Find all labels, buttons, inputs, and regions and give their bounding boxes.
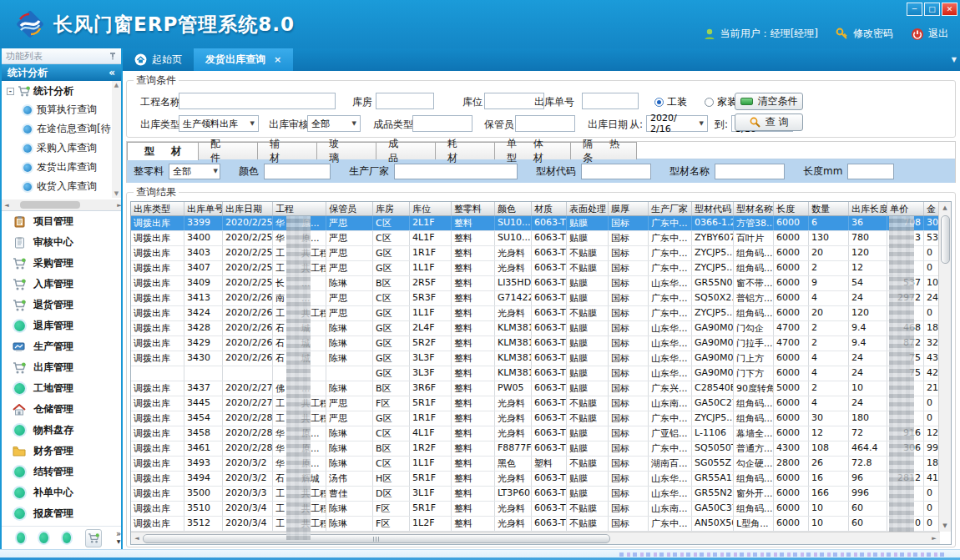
tree-item-预算执行查询[interactable]: 预算执行查询 [2, 100, 121, 119]
hscroll-thumb[interactable] [143, 534, 610, 543]
column-header-出库单号[interactable]: 出库单号 [184, 202, 223, 215]
tab-home[interactable]: 起始页 [123, 48, 194, 71]
column-header-整零料[interactable]: 整零料 [452, 202, 495, 215]
sidebar-item-仓储管理[interactable]: 仓储管理 [2, 399, 121, 420]
material-tab-型材[interactable]: 型 材 [127, 142, 199, 160]
module-dot-button[interactable] [63, 532, 71, 543]
column-header-单价[interactable]: 单价 [887, 202, 924, 215]
product-type-input[interactable] [412, 115, 472, 132]
module-dot-button[interactable] [17, 532, 25, 543]
out-type-combo[interactable]: 生产领料出库▼ [179, 115, 259, 132]
sidebar-item-结转管理[interactable]: 结转管理 [2, 462, 121, 482]
table-row[interactable]: 调拨出库34942020/3/2石辉城汤伟H区5R1F整料光身料6063-T5贴… [131, 472, 951, 487]
column-header-数量[interactable]: 数量 [809, 202, 849, 215]
table-row[interactable]: 调拨出库34302020/2/26石城陈琳G区3L3F整料KLM38176063… [131, 351, 951, 366]
sidebar-item-物料盘存[interactable]: 物料盘存 [2, 420, 121, 441]
tree-item-收货入库查询[interactable]: 收货入库查询 [2, 177, 121, 196]
table-horizontal-scrollbar[interactable]: ◄ ► [131, 532, 940, 544]
column-header-材质[interactable]: 材质 [532, 202, 567, 215]
tree-item-采购入库查询[interactable]: 采购入库查询 [2, 139, 121, 158]
tree-hscroll-thumb[interactable] [20, 201, 80, 209]
column-header-库位[interactable]: 库位 [410, 202, 452, 215]
sidebar-item-退货管理[interactable]: 退货管理 [2, 295, 121, 315]
table-row[interactable]: 调拨出库33992020/2/25华原...严思C区2L1F整料SU10...6… [131, 216, 951, 231]
sidebar-item-退库管理[interactable]: 退库管理 [2, 315, 121, 336]
maker-input[interactable] [394, 164, 518, 179]
module-cart-button[interactable] [85, 529, 102, 547]
table-row[interactable]: 调拨出库34072020/2/25工共工程严思G区1L1F整料光身料6063-T… [131, 261, 951, 276]
table-row[interactable]: 调拨出库34002020/2/25华原...严思C区4L1F整料SU10...6… [131, 231, 951, 246]
table-row[interactable]: 调拨出库35002020/3/3工共工程曹佳D区3L1F整料LT3P606063… [131, 487, 951, 502]
profile-name-input[interactable] [715, 164, 785, 179]
sidebar-item-采购管理[interactable]: 采购管理 [2, 253, 121, 274]
table-row[interactable]: 调拨出库34932020/3/2华原...陈琳C区1L1F整料黑色塑料不贴膜国标… [131, 457, 951, 472]
column-header-型材代码[interactable]: 型材代码 [692, 202, 734, 215]
column-header-出库类型[interactable]: 出库类型 [131, 202, 184, 215]
sidebar-group-header[interactable]: 统计分析 « [2, 64, 121, 81]
whole-part-combo[interactable]: 全部▼ [169, 164, 220, 179]
table-row[interactable]: G区3L3F整料KLM38176063-T5贴膜国标山东华...GA90M09.… [131, 366, 951, 381]
sidebar-item-出库管理[interactable]: 出库管理 [2, 357, 121, 378]
column-header-保管员[interactable]: 保管员 [326, 202, 373, 215]
profile-code-input[interactable] [581, 164, 651, 179]
sidebar-item-入库管理[interactable]: 入库管理 [2, 274, 121, 295]
radio-jiazhuang[interactable]: 家装 [705, 95, 737, 109]
sidebar-item-项目管理[interactable]: 项目管理 [2, 211, 121, 232]
sidebar-item-审核中心[interactable]: 审核中心 [2, 232, 121, 253]
search-button[interactable]: 查 询 [735, 114, 803, 131]
close-button[interactable]: ✕ [942, 3, 957, 16]
collapse-icon[interactable]: « [109, 67, 115, 78]
logout-button[interactable]: 退出 [911, 27, 948, 41]
tree-item-在途信息查询[待[interactable]: 在途信息查询[待 [2, 119, 121, 139]
material-tab-辅材[interactable]: 辅 材 [257, 142, 317, 159]
tab-overflow-icon[interactable]: ▼ [952, 56, 957, 63]
material-tab-成品[interactable]: 成 品 [376, 142, 436, 159]
table-row[interactable]: 调拨出库34582020/2/28华原...陈琳C区4L1F整料光身料6063-… [131, 426, 951, 441]
maximize-button[interactable]: □ [924, 3, 940, 16]
project-name-input[interactable] [179, 93, 336, 109]
table-row[interactable]: 调拨出库34132020/2/26南...严思C区5R3F整料G71422606… [131, 291, 951, 306]
table-row[interactable]: 调拨出库34612020/2/28华原...陈琳B区1R2F整料F8877FT6… [131, 441, 951, 457]
warehouse-input[interactable] [376, 93, 434, 109]
column-header-膜厚[interactable]: 膜厚 [609, 202, 649, 215]
column-header-型材名称[interactable]: 型材名称 [734, 202, 774, 215]
column-header-生产厂家[interactable]: 生产厂家 [649, 202, 692, 215]
menu-overflow-button[interactable]: » ▼ [116, 531, 121, 545]
material-tab-单体型材[interactable]: 单 体 型 材 [494, 142, 571, 159]
tree-root[interactable]: - 统计分析 [2, 81, 121, 100]
tab-shipment-query[interactable]: 发货出库查询 × [194, 48, 293, 71]
table-row[interactable]: 调拨出库35122020/3/4工共工程陈琳F区1L2F整料光身料6063-T5… [131, 517, 951, 532]
column-header-长度[interactable]: 长度 [774, 202, 809, 215]
column-header-工程[interactable]: 工程 [273, 202, 326, 215]
sidebar-item-补单中心[interactable]: 补单中心 [2, 482, 121, 503]
tree-item-发货出库查询[interactable]: 发货出库查询 [2, 158, 121, 177]
material-tab-配件[interactable]: 配 件 [198, 142, 258, 159]
change-password-button[interactable]: 修改密码 [836, 27, 893, 41]
date-from-picker[interactable]: 2020/ 2/16▼ [646, 115, 708, 132]
material-tab-玻璃[interactable]: 玻 璃 [316, 142, 376, 159]
table-row[interactable]: 调拨出库34452020/2/27工共工程严思F区5R1F整料光身料6063-T… [131, 396, 951, 411]
table-row[interactable]: 调拨出库34242020/2/26工共工程严思G区1L1F整料光身料6063-T… [131, 306, 951, 321]
length-input[interactable] [847, 164, 894, 179]
tab-close-icon[interactable]: × [274, 54, 281, 65]
sidebar-item-财务管理[interactable]: 财务管理 [2, 441, 121, 462]
clear-conditions-button[interactable]: 清空条件 [735, 93, 803, 110]
tree-expander-icon[interactable]: - [7, 88, 14, 95]
pin-icon[interactable] [109, 52, 117, 60]
material-tab-隔热条[interactable]: 隔 热 条 [570, 142, 637, 159]
radio-gongzhuang[interactable]: 工装 [654, 95, 687, 109]
table-row[interactable]: 调拨出库34032020/2/25工共工程严思G区1R1F整料光身料6063-T… [131, 246, 951, 261]
module-dot-button[interactable] [39, 532, 48, 543]
table-vertical-scrollbar[interactable]: ▲ ▼ [938, 202, 951, 532]
tree-vertical-scrollbar[interactable]: ▲ ▼ [112, 81, 121, 198]
table-row[interactable]: 调拨出库34542020/2/28工共工程严思G区1R1F整料光身料6063-T… [131, 411, 951, 426]
table-row[interactable]: 调拨出库34372020/2/27佛...陈琳B区3R6F整料PW056063-… [131, 381, 951, 396]
table-row[interactable]: 调拨出库35102020/3/4工共工程陈琳F区5R1F整料光身料6063-T5… [131, 502, 951, 517]
table-row[interactable]: 调拨出库34282020/2/26石城陈琳G区2L4F整料KLM38176063… [131, 321, 951, 336]
minimize-button[interactable]: ─ [907, 3, 922, 16]
keeper-input[interactable] [515, 115, 575, 132]
tree-horizontal-scrollbar[interactable]: ◄ ► [2, 199, 121, 210]
column-header-颜色[interactable]: 颜色 [495, 202, 532, 215]
column-header-出库日期[interactable]: 出库日期 [223, 202, 273, 215]
color-input[interactable] [264, 164, 331, 179]
